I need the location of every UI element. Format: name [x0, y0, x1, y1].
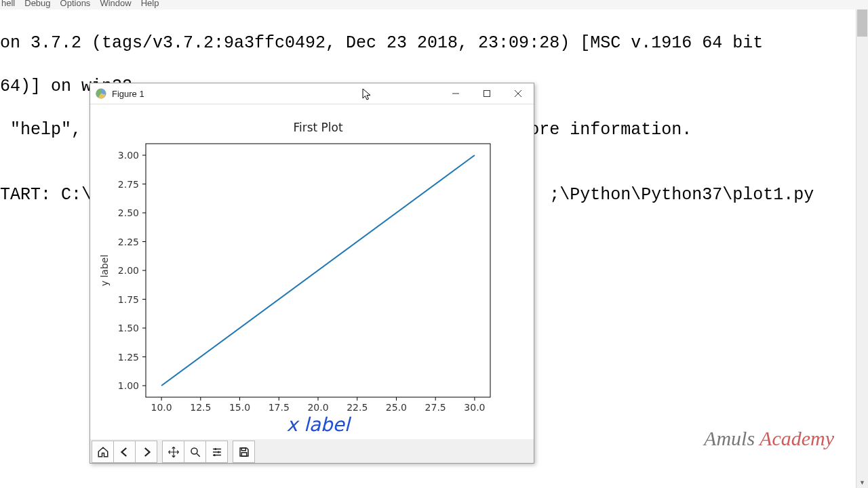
watermark-part1: Amuls: [704, 427, 760, 449]
scroll-down-icon[interactable]: ▼: [856, 476, 868, 488]
zoom-button[interactable]: [184, 441, 206, 463]
x-tick-label: 22.5: [347, 402, 368, 413]
svg-rect-32: [241, 452, 247, 455]
menu-help[interactable]: Help: [141, 0, 159, 7]
chart-title: First Plot: [293, 121, 343, 134]
forward-button[interactable]: [135, 441, 157, 463]
data-line: [161, 155, 475, 386]
x-tick-label: 20.0: [307, 402, 328, 413]
save-button[interactable]: [233, 441, 255, 463]
chart-svg: First Plot1.001.251.501.752.002.252.502.…: [90, 104, 534, 439]
figure-title: Figure 1: [112, 89, 144, 99]
configure-subplots-button[interactable]: [205, 441, 228, 463]
mouse-cursor-icon: [362, 88, 372, 102]
vertical-scrollbar[interactable]: ▲ ▼: [856, 9, 868, 488]
y-tick-label: 1.25: [118, 352, 139, 363]
watermark-part2: Academy: [760, 427, 834, 449]
back-button[interactable]: [113, 441, 136, 463]
matplotlib-toolbar: [92, 441, 254, 462]
matplotlib-app-icon: [96, 88, 106, 99]
svg-point-23: [191, 448, 197, 454]
maximize-button[interactable]: [471, 83, 502, 104]
idle-line: on 3.7.2 (tags/v3.7.2:9a3ffc0492, Dec 23…: [0, 33, 868, 54]
x-axis-label: x label: [286, 413, 351, 436]
menu-window[interactable]: Window: [100, 0, 131, 7]
menu-options[interactable]: Options: [60, 0, 91, 7]
menu-debug[interactable]: Debug: [24, 0, 50, 7]
watermark-text: Amuls Academy: [704, 427, 834, 450]
close-button[interactable]: [502, 83, 534, 104]
x-tick-label: 17.5: [269, 402, 290, 413]
figure-window: Figure 1 First Plot1.001.251.501.752.002…: [90, 83, 534, 464]
y-tick-label: 3.00: [118, 150, 139, 161]
scroll-thumb[interactable]: [857, 9, 867, 37]
y-tick-label: 2.25: [118, 237, 139, 247]
plot-canvas: First Plot1.001.251.501.752.002.252.502.…: [90, 104, 534, 439]
x-tick-label: 30.0: [464, 402, 485, 413]
y-tick-label: 2.50: [118, 207, 139, 218]
y-tick-label: 1.75: [118, 294, 139, 305]
svg-point-28: [214, 448, 216, 450]
minimize-button[interactable]: [440, 83, 471, 104]
svg-point-30: [213, 454, 215, 456]
idle-menubar: hell Debug Options Window Help: [0, 0, 868, 10]
y-tick-label: 2.75: [118, 179, 139, 190]
y-tick-label: 1.50: [118, 323, 139, 333]
x-tick-label: 25.0: [386, 402, 407, 413]
y-tick-label: 2.00: [118, 265, 139, 276]
x-tick-label: 15.0: [229, 402, 250, 413]
home-button[interactable]: [92, 441, 114, 463]
svg-point-29: [217, 451, 219, 453]
y-tick-label: 1.00: [118, 380, 139, 391]
menu-shell[interactable]: hell: [1, 0, 15, 7]
x-tick-label: 12.5: [190, 402, 211, 413]
x-tick-label: 10.0: [151, 402, 172, 413]
svg-rect-31: [241, 448, 245, 451]
pan-button[interactable]: [162, 441, 184, 463]
figure-titlebar[interactable]: Figure 1: [90, 83, 534, 104]
svg-line-24: [197, 453, 200, 457]
svg-rect-2: [484, 91, 490, 97]
y-axis-label: y label: [99, 255, 110, 287]
x-tick-label: 27.5: [425, 402, 446, 413]
